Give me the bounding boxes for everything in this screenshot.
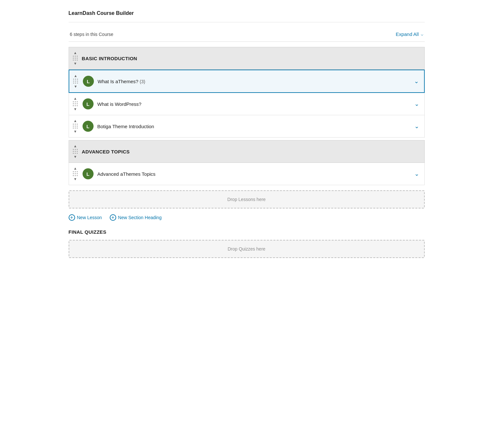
lesson-count: (3) <box>140 79 145 84</box>
lesson-type-icon: L <box>83 76 94 87</box>
lesson-title: Advanced aThemes Topics <box>97 171 414 177</box>
down-arrow-icon[interactable]: ▼ <box>73 155 77 159</box>
drag-dots-icon[interactable] <box>73 101 78 106</box>
drag-area[interactable]: ▲ ▼ <box>73 97 78 111</box>
lesson-row-what-is-wordpress: ▲ ▼ L What is WordPress? ⌄ <box>69 93 425 115</box>
drag-dots-icon[interactable] <box>73 56 78 61</box>
new-section-heading-button[interactable]: + New Section Heading <box>110 214 162 221</box>
course-header: 6 steps in this Course Expand All ⌵ <box>69 29 425 42</box>
final-quizzes-heading: FINAL QUIZZES <box>69 229 425 235</box>
lesson-expand-button[interactable]: ⌄ <box>414 100 419 107</box>
drag-dots-icon[interactable] <box>73 124 78 129</box>
new-lesson-label: New Lesson <box>77 215 102 220</box>
lesson-expand-button[interactable]: ⌄ <box>414 78 419 85</box>
up-arrow-icon[interactable]: ▲ <box>73 144 77 148</box>
drop-lessons-zone: Drop Lessons here <box>69 190 425 208</box>
up-arrow-icon[interactable]: ▲ <box>73 119 77 123</box>
lesson-expand-button[interactable]: ⌄ <box>414 123 419 130</box>
drag-area[interactable]: ▲ ▼ <box>73 74 78 88</box>
up-arrow-icon[interactable]: ▲ <box>74 74 77 78</box>
drop-quizzes-zone: Drop Quizzes here <box>69 240 425 258</box>
plus-icon: + <box>69 214 75 221</box>
down-arrow-icon[interactable]: ▼ <box>73 62 77 65</box>
up-arrow-icon[interactable]: ▲ <box>73 51 77 55</box>
drag-area[interactable]: ▲ ▼ <box>73 167 78 181</box>
lesson-row-botiga-intro: ▲ ▼ L Botiga Theme Introduction ⌄ <box>69 115 425 138</box>
lesson-title: What is WordPress? <box>97 101 414 107</box>
add-buttons-row: + New Lesson + New Section Heading <box>69 211 425 227</box>
down-arrow-icon[interactable]: ▼ <box>74 85 77 88</box>
drag-area[interactable]: ▲ ▼ <box>73 51 78 65</box>
drag-area[interactable]: ▲ ▼ <box>73 119 78 133</box>
lesson-type-icon: L <box>83 168 94 179</box>
drag-dots-icon[interactable] <box>73 149 78 154</box>
down-arrow-icon[interactable]: ▼ <box>73 130 77 133</box>
drag-area[interactable]: ▲ ▼ <box>73 144 78 159</box>
lesson-expand-button[interactable]: ⌄ <box>414 170 419 177</box>
drag-dots-icon[interactable] <box>73 171 78 176</box>
lesson-type-icon: L <box>83 98 94 109</box>
app-title: LearnDash Course Builder <box>69 6 425 22</box>
section-heading-basic-intro: ▲ ▼ BASIC INTRODUCTION <box>69 47 425 70</box>
new-lesson-button[interactable]: + New Lesson <box>69 214 102 221</box>
up-arrow-icon[interactable]: ▲ <box>73 167 77 170</box>
steps-count: 6 steps in this Course <box>70 32 114 37</box>
drag-dots-icon[interactable] <box>73 79 78 84</box>
new-section-label: New Section Heading <box>118 215 162 220</box>
lesson-title: What Is aThemes? (3) <box>98 79 414 84</box>
lesson-row-what-is-athemes: ▲ ▼ L What Is aThemes? (3) ⌄ <box>69 70 425 93</box>
section-title: BASIC INTRODUCTION <box>82 56 137 61</box>
plus-icon: + <box>110 214 116 221</box>
sections-list: ▲ ▼ BASIC INTRODUCTION ▲ ▼ <box>69 47 425 185</box>
lesson-row-advanced-athemes: ▲ ▼ L Advanced aThemes Topics ⌄ <box>69 163 425 185</box>
down-arrow-icon[interactable]: ▼ <box>73 107 77 111</box>
section-title: ADVANCED TOPICS <box>82 149 130 154</box>
up-arrow-icon[interactable]: ▲ <box>73 97 77 100</box>
chevron-down-icon: ⌵ <box>421 32 423 37</box>
expand-all-label: Expand All <box>396 31 419 37</box>
section-heading-advanced-topics: ▲ ▼ ADVANCED TOPICS <box>69 140 425 163</box>
down-arrow-icon[interactable]: ▼ <box>73 177 77 181</box>
expand-all-button[interactable]: Expand All ⌵ <box>396 31 423 37</box>
lesson-title: Botiga Theme Introduction <box>97 124 414 129</box>
lesson-type-icon: L <box>83 121 94 132</box>
